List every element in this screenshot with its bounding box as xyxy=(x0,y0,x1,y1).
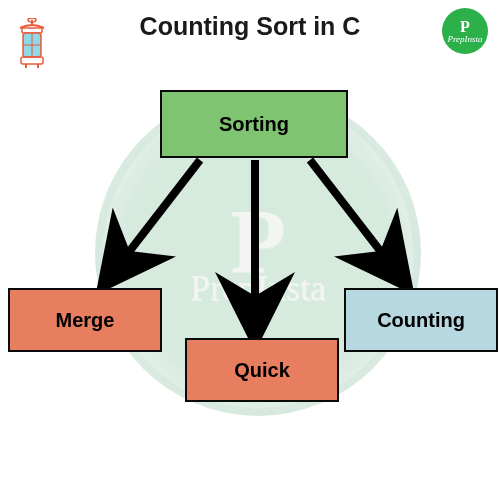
arrows-layer xyxy=(0,0,500,500)
node-counting: Counting xyxy=(344,288,498,352)
node-sorting-label: Sorting xyxy=(219,113,289,136)
node-counting-label: Counting xyxy=(377,309,465,332)
node-merge: Merge xyxy=(8,288,162,352)
arrow-to-counting xyxy=(310,160,395,270)
node-sorting: Sorting xyxy=(160,90,348,158)
node-quick-label: Quick xyxy=(234,359,290,382)
node-quick: Quick xyxy=(185,338,339,402)
arrow-to-merge xyxy=(115,160,200,270)
node-merge-label: Merge xyxy=(56,309,115,332)
